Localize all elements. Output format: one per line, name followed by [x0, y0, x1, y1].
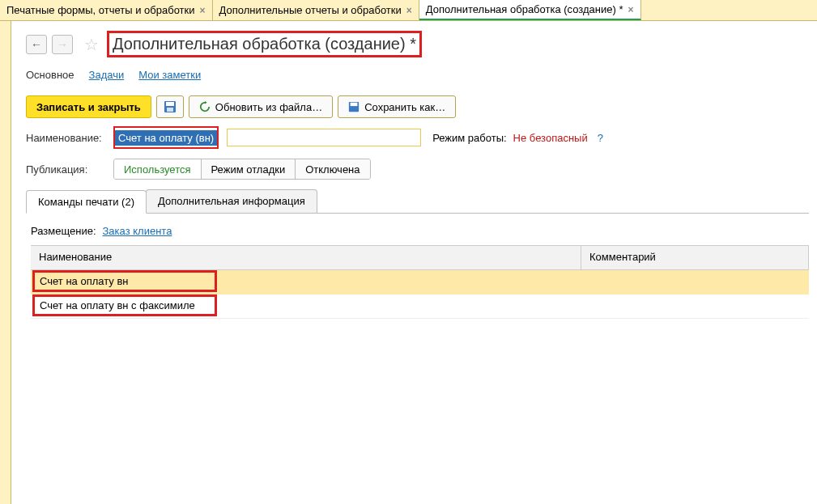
toggle-label: Отключена: [305, 163, 360, 176]
col-header-comment[interactable]: Комментарий: [581, 246, 809, 269]
tab-label: Команды печати (2): [38, 196, 134, 208]
publication-debug[interactable]: Режим отладки: [202, 159, 296, 179]
mode-value: Не безопасный: [513, 132, 588, 144]
close-icon[interactable]: ×: [406, 5, 412, 16]
save-close-button[interactable]: Записать и закрыть: [26, 95, 151, 118]
commands-grid: Наименование Комментарий Счет на оплату …: [31, 245, 809, 319]
floppy-icon: [348, 101, 360, 112]
close-icon[interactable]: ×: [200, 5, 206, 16]
name-input-ext[interactable]: [227, 129, 421, 146]
row-comment: [581, 294, 809, 319]
publication-toggle: Используется Режим отладки Отключена: [113, 159, 371, 180]
button-label: Обновить из файла…: [215, 101, 322, 113]
page-title: Дополнительная обработка (создание) *: [107, 31, 422, 57]
tab-print-commands[interactable]: Команды печати (2): [26, 190, 147, 214]
publication-label: Публикация:: [26, 163, 107, 176]
refresh-icon: [199, 101, 211, 112]
close-icon[interactable]: ×: [628, 4, 634, 15]
top-tab-bar: Печатные формы, отчеты и обработки × Доп…: [0, 0, 817, 21]
tab-label: Дополнительная обработка (создание) *: [426, 3, 623, 15]
tab-label: Дополнительная информация: [158, 195, 305, 207]
nav-tasks[interactable]: Задачи: [89, 69, 125, 81]
tab-label: Печатные формы, отчеты и обработки: [6, 4, 195, 16]
top-tab-print-forms[interactable]: Печатные формы, отчеты и обработки ×: [0, 0, 213, 20]
table-row[interactable]: Счет на оплату вн: [31, 270, 809, 294]
help-icon[interactable]: ?: [598, 132, 603, 144]
col-header-name[interactable]: Наименование: [31, 246, 581, 269]
save-as-button[interactable]: Сохранить как…: [338, 95, 456, 118]
publication-used[interactable]: Используется: [114, 159, 202, 179]
name-label: Наименование:: [26, 132, 107, 144]
section-nav: Основное Задачи Мои заметки: [26, 69, 809, 81]
top-tab-extra-reports[interactable]: Дополнительные отчеты и обработки ×: [213, 0, 419, 20]
mode-label: Режим работы:: [432, 132, 506, 144]
nav-notes[interactable]: Мои заметки: [138, 69, 201, 81]
button-label: Сохранить как…: [364, 101, 445, 113]
svg-rect-1: [166, 102, 174, 106]
update-from-file-button[interactable]: Обновить из файла…: [189, 95, 333, 118]
tab-label: Дополнительные отчеты и обработки: [219, 4, 402, 16]
toggle-label: Используется: [124, 163, 191, 176]
toggle-label: Режим отладки: [211, 163, 286, 176]
svg-rect-2: [167, 108, 173, 112]
tab-extra-info[interactable]: Дополнительная информация: [146, 189, 317, 213]
row-comment: [581, 270, 809, 294]
row-name: Счет на оплату вн: [32, 270, 217, 292]
floppy-icon: [164, 100, 177, 113]
name-value: Счет на оплату (вн): [115, 130, 217, 146]
placement-label: Размещение:: [31, 225, 96, 237]
row-name: Счет на оплату вн с факсимиле: [32, 294, 217, 316]
nav-back-button[interactable]: ←: [26, 35, 47, 54]
side-strip: [0, 21, 11, 504]
nav-main[interactable]: Основное: [26, 69, 74, 81]
nav-forward-button: →: [52, 35, 73, 54]
save-button[interactable]: [156, 95, 184, 118]
table-row[interactable]: Счет на оплату вн с факсимиле: [31, 294, 809, 319]
publication-disabled[interactable]: Отключена: [296, 159, 369, 179]
svg-rect-4: [351, 103, 358, 106]
favorite-star-icon[interactable]: ☆: [84, 35, 99, 54]
button-label: Записать и закрыть: [36, 101, 141, 113]
name-field[interactable]: Счет на оплату (вн): [113, 126, 219, 149]
top-tab-extra-processing[interactable]: Дополнительная обработка (создание) * ×: [419, 0, 641, 20]
placement-link[interactable]: Заказ клиента: [103, 225, 172, 237]
